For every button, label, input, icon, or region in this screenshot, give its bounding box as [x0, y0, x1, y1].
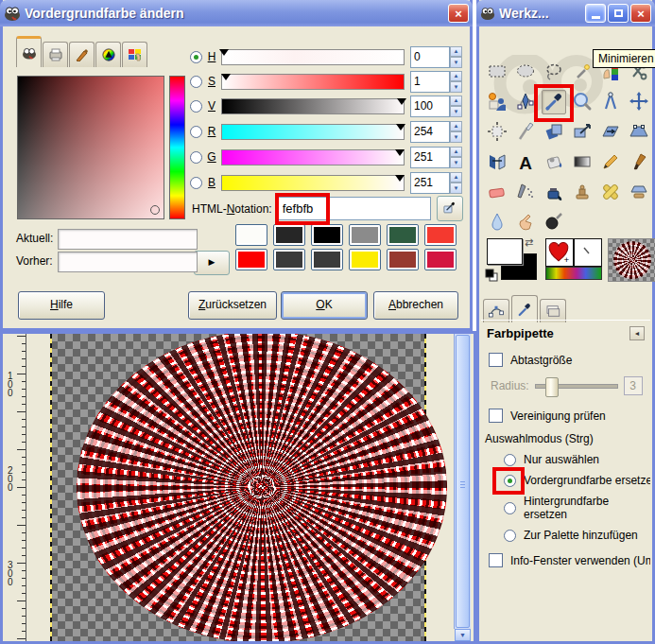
tab-color-picker-options[interactable] — [511, 295, 538, 322]
g-value-input[interactable] — [410, 147, 450, 168]
sample-size-checkbox[interactable] — [489, 353, 503, 367]
saturation-value-square[interactable] — [17, 76, 164, 219]
r-slider[interactable] — [221, 124, 405, 140]
tool-bucket-fill-button[interactable] — [542, 150, 566, 175]
history-swatch[interactable] — [235, 249, 267, 270]
tool-eraser-button[interactable] — [485, 181, 509, 205]
tab-palette-selector[interactable] — [122, 42, 147, 67]
tool-gradient-button[interactable] — [570, 150, 595, 175]
cancel-button[interactable]: Abbrechen — [373, 291, 458, 320]
html-notation-field[interactable] — [278, 197, 431, 220]
tool-scale-button[interactable] — [570, 120, 595, 145]
ok-button[interactable]: OK — [281, 291, 368, 320]
history-swatch[interactable] — [424, 224, 457, 246]
close-button[interactable]: × — [448, 4, 469, 23]
image-red-moire-pattern[interactable] — [77, 334, 447, 641]
v-slider[interactable] — [221, 98, 405, 114]
history-swatch[interactable] — [387, 249, 419, 270]
info-window-checkbox[interactable] — [489, 553, 503, 567]
history-swatch[interactable] — [349, 224, 381, 246]
sample-merged-checkbox[interactable] — [489, 409, 503, 423]
active-image-thumbnail[interactable] — [608, 238, 655, 282]
s-spin-buttons[interactable]: ▲▼ — [450, 71, 462, 93]
pick-only-radio[interactable] — [504, 454, 516, 466]
h-radio[interactable] — [190, 51, 202, 63]
swap-colors-icon[interactable]: ⇄ — [525, 236, 533, 249]
r-radio[interactable] — [190, 126, 202, 138]
tab-cmyk-selector[interactable] — [43, 42, 68, 67]
tool-dodge-burn-button[interactable] — [542, 211, 566, 235]
pattern-preview[interactable] — [574, 238, 602, 267]
history-swatch[interactable] — [311, 249, 343, 270]
s-radio[interactable] — [190, 76, 202, 88]
tool-perspective-button[interactable] — [627, 120, 651, 145]
v-spin-buttons[interactable]: ▲▼ — [450, 96, 462, 117]
tool-airbrush-button[interactable] — [513, 181, 538, 205]
html-notation-input[interactable] — [281, 199, 426, 218]
tool-paintbrush-button[interactable] — [627, 150, 651, 175]
canvas-vertical-scrollbar[interactable] — [454, 334, 471, 629]
tool-move-button[interactable] — [627, 90, 651, 114]
tool-flip-button[interactable] — [485, 150, 509, 175]
history-swatch[interactable] — [424, 249, 457, 270]
hue-strip[interactable] — [169, 76, 185, 219]
tool-paths-button[interactable] — [513, 90, 538, 114]
g-slider[interactable] — [221, 149, 405, 165]
tool-zoom-button[interactable] — [570, 90, 595, 114]
gradient-preview[interactable] — [545, 267, 602, 280]
tool-fuzzy-select-button[interactable] — [570, 60, 595, 84]
default-colors-icon[interactable] — [485, 269, 498, 282]
set-background-radio[interactable] — [504, 502, 516, 514]
panel-menu-button[interactable]: ◄ — [629, 326, 645, 340]
canvas-area[interactable] — [26, 334, 452, 641]
b-spin-buttons[interactable]: ▲▼ — [450, 172, 462, 194]
minimize-button[interactable] — [585, 4, 606, 23]
h-value-input[interactable] — [410, 46, 450, 68]
dialog-titlebar[interactable]: Vordergrundfarbe ändern × — [0, 0, 473, 26]
tool-rotate-button[interactable] — [542, 120, 566, 145]
h-slider[interactable] — [221, 49, 405, 65]
history-menu-button[interactable]: ▶ — [194, 251, 230, 275]
radius-slider[interactable] — [535, 384, 618, 389]
history-swatch[interactable] — [349, 249, 381, 270]
maximize-button[interactable] — [608, 4, 629, 23]
tool-free-select-button[interactable] — [542, 60, 566, 84]
add-to-palette-radio[interactable] — [504, 530, 516, 542]
scroll-down-button[interactable]: ▼ — [455, 629, 471, 641]
tab-gimp-selector[interactable] — [16, 36, 42, 67]
tab-watercolor-selector[interactable] — [69, 42, 95, 67]
tool-ellipse-select-button[interactable] — [513, 60, 538, 84]
h-spin-buttons[interactable]: ▲▼ — [450, 46, 462, 68]
r-value-input[interactable] — [410, 121, 450, 143]
tool-pencil-button[interactable] — [598, 150, 623, 175]
tool-clone-button[interactable] — [570, 181, 595, 205]
foreground-color-swatch[interactable] — [487, 238, 523, 265]
pick-color-from-screen-button[interactable] — [437, 196, 463, 221]
g-radio[interactable] — [190, 151, 202, 164]
history-swatch[interactable] — [273, 249, 305, 270]
tool-color-picker-button[interactable] — [542, 90, 566, 114]
tool-perspective-clone-button[interactable] — [627, 181, 651, 205]
tool-align-button[interactable] — [485, 120, 509, 145]
close-button[interactable]: × — [630, 4, 651, 23]
toolbox-titlebar[interactable]: Werkz... × — [476, 0, 655, 26]
tool-foreground-select-button[interactable] — [485, 90, 509, 114]
tool-heal-button[interactable] — [598, 181, 623, 205]
b-slider[interactable] — [221, 175, 405, 191]
help-button[interactable]: Hilfe — [18, 291, 105, 320]
tab-wheel-selector[interactable] — [95, 42, 121, 67]
history-swatch[interactable] — [273, 224, 305, 246]
reset-button[interactable]: Zurücksetzen — [188, 291, 277, 320]
tool-smudge-button[interactable] — [513, 211, 538, 235]
history-swatch[interactable] — [235, 224, 267, 246]
scrollbar-thumb[interactable] — [456, 335, 470, 628]
tool-shear-button[interactable] — [598, 120, 623, 145]
brush-preview[interactable]: + — [545, 238, 574, 267]
s-value-input[interactable] — [410, 71, 450, 93]
v-radio[interactable] — [190, 100, 202, 113]
b-radio[interactable] — [190, 177, 202, 189]
b-value-input[interactable] — [410, 172, 450, 194]
r-spin-buttons[interactable]: ▲▼ — [450, 121, 462, 143]
v-value-input[interactable] — [410, 96, 450, 117]
tool-ink-button[interactable] — [542, 181, 566, 205]
